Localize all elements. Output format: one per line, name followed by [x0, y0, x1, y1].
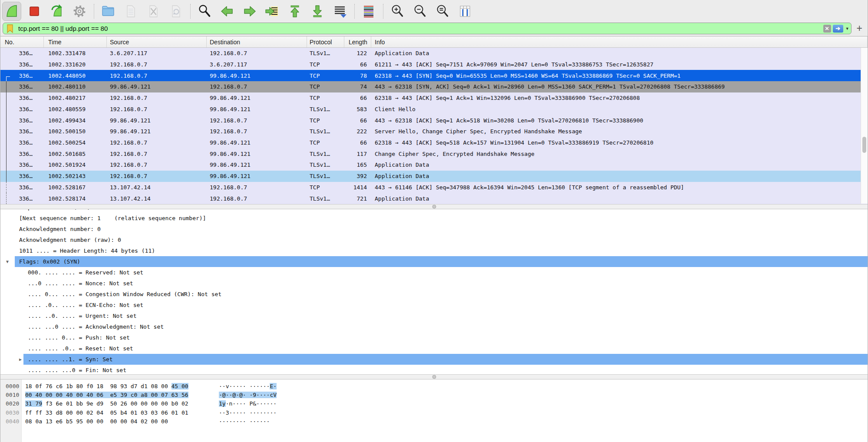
- detail-field[interactable]: Sequence number (raw): 2665041958: [0, 209, 868, 213]
- go-to-packet-button[interactable]: [263, 2, 282, 21]
- clear-filter-button[interactable]: ✕: [823, 25, 831, 33]
- packet-row[interactable]: 336…1002.52816713.107.42.14192.168.0.7TC…: [0, 182, 868, 193]
- go-forward-button[interactable]: [240, 2, 259, 21]
- bytes: ·n···· P&······: [226, 400, 277, 407]
- zoom-in-button[interactable]: [388, 2, 407, 21]
- hex-row[interactable]: 002031 79 f3 6e 01 bb 9e d9 50 26 00 00 …: [0, 399, 868, 408]
- cell-time: 1002.480110: [44, 83, 107, 90]
- go-last-icon: [310, 3, 325, 19]
- packet-row[interactable]: 336…1002.49943499.86.49.121192.168.0.7TC…: [0, 115, 868, 126]
- cell-info: Change Cipher Spec, Encrypted Handshake …: [371, 151, 868, 157]
- detail-field[interactable]: .... .... ...0 = Fin: Not set: [0, 365, 868, 374]
- go-last-button[interactable]: [308, 2, 327, 21]
- detail-field-text: .... ..0. .... = Urgent: Not set: [23, 310, 868, 321]
- detail-field[interactable]: .... .0.. .... = ECN-Echo: Not set: [0, 300, 868, 310]
- stop-capture-button[interactable]: [25, 2, 44, 21]
- column-header-time[interactable]: Time: [44, 36, 107, 47]
- cell-info: 62318 → 443 [SYN] Seq=0 Win=65535 Len=0 …: [371, 73, 868, 79]
- detail-field-text: .... .... .0.. = Reset: Not set: [23, 343, 868, 354]
- detail-field[interactable]: Acknowledgment number: 0: [0, 224, 868, 234]
- restart-capture-button[interactable]: [47, 2, 66, 21]
- detail-field[interactable]: ▶.... .... ..1. = Syn: Set: [0, 354, 868, 365]
- packet-row[interactable]: 336…1002.331620192.168.0.73.6.207.117TCP…: [0, 59, 868, 70]
- bookmark-icon[interactable]: [6, 23, 14, 34]
- detail-field[interactable]: [Next sequence number: 1 (relative seque…: [0, 213, 868, 224]
- column-header-proto[interactable]: Protocol: [307, 36, 344, 47]
- column-header-no[interactable]: No.: [0, 36, 44, 47]
- column-header-dst[interactable]: Destination: [207, 36, 307, 47]
- packet-row[interactable]: 336…1002.3314783.6.207.117192.168.0.7TLS…: [0, 48, 868, 59]
- packet-list-rows: 336…1002.3314783.6.207.117192.168.0.7TLS…: [0, 48, 868, 204]
- toolbar-separator: [354, 4, 355, 19]
- bytes: ff ff 33 d8 00 00 02 04 05 b4 01 03 03 0…: [25, 409, 188, 416]
- highlighted-bytes: 31 79: [25, 400, 42, 407]
- auto-scroll-button[interactable]: [330, 2, 350, 21]
- packet-list-scrollbar[interactable]: [861, 48, 868, 204]
- packet-row[interactable]: 336…1002.480559192.168.0.799.86.49.121TL…: [0, 104, 868, 115]
- add-filter-button[interactable]: +: [857, 23, 862, 33]
- go-back-button[interactable]: [218, 2, 237, 21]
- packet-row[interactable]: 336…1002.52817413.107.42.14192.168.0.7TL…: [0, 193, 868, 204]
- zoom-out-button[interactable]: [410, 2, 429, 21]
- packet-row[interactable]: 336…1002.48011099.86.49.121192.168.0.7TC…: [0, 81, 868, 92]
- packet-row[interactable]: 336…1002.502143192.168.0.799.86.49.121TL…: [0, 171, 868, 182]
- cell-no: 336…: [0, 106, 44, 112]
- colorize-button[interactable]: [359, 2, 378, 21]
- detail-field[interactable]: .... ...0 .... = Acknowledgment: Not set: [0, 321, 868, 332]
- packet-row[interactable]: 336…1002.501924192.168.0.799.86.49.121TL…: [0, 159, 868, 171]
- cell-src: 192.168.0.7: [107, 95, 207, 101]
- pane-splitter-top[interactable]: [0, 204, 868, 209]
- save-file-icon: [123, 3, 139, 19]
- bytes: 18 0f 76 c6 1b 80 f0 18 98 93 d7 d1 08 0…: [25, 383, 172, 389]
- go-to-packet-icon: [264, 3, 280, 19]
- packet-row[interactable]: 336…1002.501685192.168.0.799.86.49.121TL…: [0, 148, 868, 159]
- hex-row[interactable]: 000018 0f 76 c6 1b 80 f0 18 98 93 d7 d1 …: [0, 382, 868, 390]
- column-header-info[interactable]: Info: [371, 36, 868, 47]
- detail-field[interactable]: 000. .... .... = Reserved: Not set: [0, 267, 868, 278]
- cell-dst: 99.86.49.121: [207, 162, 307, 168]
- detail-field[interactable]: .... ..0. .... = Urgent: Not set: [0, 310, 868, 321]
- cell-info: 443 → 62318 [SYN, ACK] Seq=0 Ack=1 Win=2…: [371, 83, 868, 90]
- capture-options-button[interactable]: [70, 2, 89, 21]
- apply-filter-button[interactable]: ➔: [833, 25, 843, 33]
- zoom-reset-button[interactable]: [433, 2, 452, 21]
- hex-row[interactable]: 0030ff ff 33 d8 00 00 02 04 05 b4 01 03 …: [0, 408, 868, 417]
- cell-len: 117: [344, 151, 371, 157]
- detail-field[interactable]: ...0 .... .... = Nonce: Not set: [0, 278, 868, 289]
- column-header-src[interactable]: Source: [107, 36, 207, 47]
- hex-row[interactable]: 001000 40 00 00 40 00 40 06 e5 39 c0 a8 …: [0, 390, 868, 399]
- packet-row[interactable]: 336…1002.50015099.86.49.121192.168.0.7TL…: [0, 126, 868, 137]
- detail-field[interactable]: Acknowledgment number (raw): 0: [0, 234, 868, 245]
- cell-no: 336…: [0, 173, 44, 179]
- filter-bar: tcp.port == 80 || udp.port == 80 ✕ ➔ ▼ +: [0, 23, 868, 36]
- display-filter-input[interactable]: tcp.port == 80 || udp.port == 80 ✕ ➔ ▼: [3, 23, 851, 34]
- filter-text[interactable]: tcp.port == 80 || udp.port == 80: [14, 25, 822, 32]
- filter-history-caret[interactable]: ▼: [845, 26, 849, 31]
- zoom-reset-icon: [435, 3, 450, 19]
- detail-field[interactable]: ▼Flags: 0x002 (SYN): [0, 256, 868, 267]
- detail-field[interactable]: .... .... 0... = Push: Not set: [0, 332, 868, 343]
- packet-row[interactable]: 336…1002.448050192.168.0.799.86.49.121TC…: [0, 70, 868, 81]
- detail-field[interactable]: 1011 .... = Header Length: 44 bytes (11): [0, 245, 868, 256]
- hex-bytes: 08 0a 13 e6 b5 95 00 00 00 00 04 02 00 0…: [21, 418, 168, 425]
- detail-field-text: .... .0.. .... = ECN-Echo: Not set: [23, 300, 868, 310]
- start-capture-button[interactable]: [2, 2, 21, 21]
- expander-open-icon[interactable]: ▼: [0, 259, 15, 264]
- detail-field[interactable]: .... 0... .... = Congestion Window Reduc…: [0, 289, 868, 300]
- pane-splitter-bottom[interactable]: [0, 374, 868, 379]
- column-header-len[interactable]: Length: [344, 36, 371, 47]
- packet-row[interactable]: 336…1002.500254192.168.0.799.86.49.121TC…: [0, 137, 868, 148]
- cell-info: 62318 → 443 [ACK] Seq=518 Ack=157 Win=13…: [371, 139, 868, 146]
- cell-no: 336…: [0, 61, 44, 68]
- find-packet-button[interactable]: [195, 2, 214, 21]
- expander-closed-icon[interactable]: ▶: [0, 357, 23, 362]
- hex-row[interactable]: 004008 0a 13 e6 b5 95 00 00 00 00 04 02 …: [0, 417, 868, 426]
- detail-field[interactable]: .... .... .0.. = Reset: Not set: [0, 343, 868, 354]
- resize-columns-icon: [457, 3, 473, 19]
- hex-bytes: ff ff 33 d8 00 00 02 04 05 b4 01 03 03 0…: [21, 409, 188, 416]
- packet-row[interactable]: 336…1002.480217192.168.0.799.86.49.121TC…: [0, 92, 868, 104]
- scrollbar-thumb[interactable]: [862, 137, 866, 153]
- resize-columns-button[interactable]: [455, 2, 475, 21]
- open-file-button[interactable]: [99, 2, 118, 21]
- go-first-button[interactable]: [285, 2, 304, 21]
